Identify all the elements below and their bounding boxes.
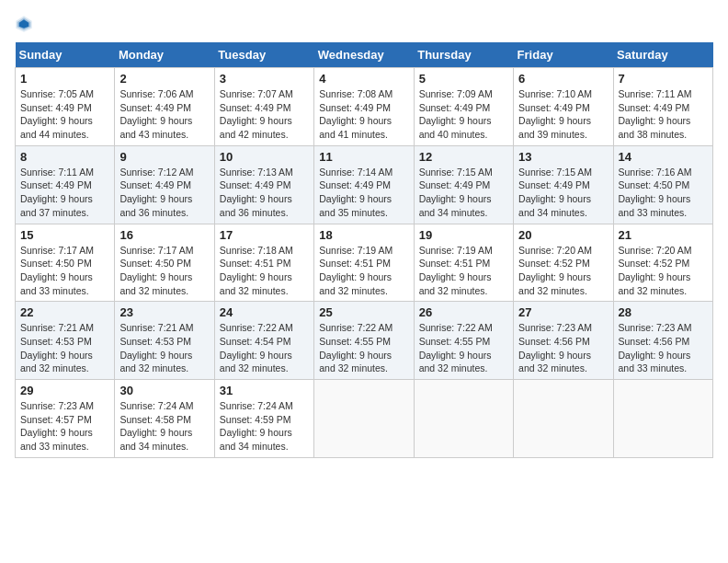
day-cell xyxy=(314,380,414,458)
day-number: 29 xyxy=(20,384,109,397)
day-cell: 7Sunrise: 7:11 AM Sunset: 4:49 PM Daylig… xyxy=(613,68,712,146)
day-number: 2 xyxy=(119,72,209,86)
day-info: Sunrise: 7:24 AM Sunset: 4:58 PM Dayligh… xyxy=(119,399,209,454)
day-info: Sunrise: 7:20 AM Sunset: 4:52 PM Dayligh… xyxy=(518,244,608,298)
day-info: Sunrise: 7:16 AM Sunset: 4:50 PM Dayligh… xyxy=(619,166,708,220)
day-cell: 6Sunrise: 7:10 AM Sunset: 4:49 PM Daylig… xyxy=(514,68,613,146)
day-number: 22 xyxy=(20,305,109,319)
day-cell: 14Sunrise: 7:16 AM Sunset: 4:50 PM Dayli… xyxy=(613,145,712,224)
day-cell: 24Sunrise: 7:22 AM Sunset: 4:54 PM Dayli… xyxy=(214,302,313,380)
day-info: Sunrise: 7:19 AM Sunset: 4:51 PM Dayligh… xyxy=(319,244,408,298)
day-cell: 20Sunrise: 7:20 AM Sunset: 4:52 PM Dayli… xyxy=(514,224,613,302)
weekday-header-thursday: Thursday xyxy=(414,42,513,68)
day-number: 24 xyxy=(220,305,309,319)
day-info: Sunrise: 7:17 AM Sunset: 4:50 PM Dayligh… xyxy=(20,244,109,298)
day-number: 6 xyxy=(518,72,608,86)
day-number: 7 xyxy=(619,72,708,86)
day-info: Sunrise: 7:14 AM Sunset: 4:49 PM Dayligh… xyxy=(319,166,408,220)
day-info: Sunrise: 7:22 AM Sunset: 4:55 PM Dayligh… xyxy=(319,321,408,375)
day-cell xyxy=(414,380,513,458)
day-cell: 4Sunrise: 7:08 AM Sunset: 4:49 PM Daylig… xyxy=(314,68,414,146)
day-info: Sunrise: 7:08 AM Sunset: 4:49 PM Dayligh… xyxy=(319,87,408,142)
day-info: Sunrise: 7:24 AM Sunset: 4:59 PM Dayligh… xyxy=(220,399,309,454)
day-number: 27 xyxy=(518,305,608,319)
day-cell: 21Sunrise: 7:20 AM Sunset: 4:52 PM Dayli… xyxy=(613,224,712,302)
day-cell xyxy=(514,380,613,458)
day-number: 9 xyxy=(119,150,209,164)
day-info: Sunrise: 7:15 AM Sunset: 4:49 PM Dayligh… xyxy=(518,166,608,220)
day-number: 1 xyxy=(20,72,109,86)
day-number: 17 xyxy=(220,228,309,242)
day-info: Sunrise: 7:13 AM Sunset: 4:49 PM Dayligh… xyxy=(220,166,309,220)
day-cell: 15Sunrise: 7:17 AM Sunset: 4:50 PM Dayli… xyxy=(16,224,115,302)
day-cell: 3Sunrise: 7:07 AM Sunset: 4:49 PM Daylig… xyxy=(214,68,313,146)
day-cell: 16Sunrise: 7:17 AM Sunset: 4:50 PM Dayli… xyxy=(115,224,214,302)
weekday-header-friday: Friday xyxy=(514,42,613,68)
day-number: 4 xyxy=(319,72,408,86)
day-cell: 2Sunrise: 7:06 AM Sunset: 4:49 PM Daylig… xyxy=(115,68,214,146)
day-cell: 18Sunrise: 7:19 AM Sunset: 4:51 PM Dayli… xyxy=(314,224,414,302)
day-number: 26 xyxy=(419,305,508,319)
day-cell: 11Sunrise: 7:14 AM Sunset: 4:49 PM Dayli… xyxy=(314,145,414,224)
day-cell: 1Sunrise: 7:05 AM Sunset: 4:49 PM Daylig… xyxy=(16,68,115,146)
day-info: Sunrise: 7:06 AM Sunset: 4:49 PM Dayligh… xyxy=(119,87,209,142)
day-info: Sunrise: 7:22 AM Sunset: 4:55 PM Dayligh… xyxy=(419,321,508,375)
day-number: 20 xyxy=(518,228,608,242)
weekday-header-row: SundayMondayTuesdayWednesdayThursdayFrid… xyxy=(16,42,713,68)
day-number: 11 xyxy=(319,150,408,164)
weekday-header-saturday: Saturday xyxy=(613,42,712,68)
day-cell: 9Sunrise: 7:12 AM Sunset: 4:49 PM Daylig… xyxy=(115,145,214,224)
day-cell: 5Sunrise: 7:09 AM Sunset: 4:49 PM Daylig… xyxy=(414,68,513,146)
day-number: 28 xyxy=(619,305,708,319)
day-cell: 8Sunrise: 7:11 AM Sunset: 4:49 PM Daylig… xyxy=(16,145,115,224)
day-cell: 12Sunrise: 7:15 AM Sunset: 4:49 PM Dayli… xyxy=(414,145,513,224)
day-info: Sunrise: 7:11 AM Sunset: 4:49 PM Dayligh… xyxy=(619,87,708,142)
day-info: Sunrise: 7:17 AM Sunset: 4:50 PM Dayligh… xyxy=(119,244,209,298)
day-number: 14 xyxy=(619,150,708,164)
day-number: 5 xyxy=(419,72,508,86)
day-cell: 17Sunrise: 7:18 AM Sunset: 4:51 PM Dayli… xyxy=(214,224,313,302)
day-number: 31 xyxy=(220,384,309,397)
day-cell: 27Sunrise: 7:23 AM Sunset: 4:56 PM Dayli… xyxy=(514,302,613,380)
day-number: 16 xyxy=(119,228,209,242)
day-number: 3 xyxy=(220,72,309,86)
header xyxy=(15,15,713,33)
day-info: Sunrise: 7:20 AM Sunset: 4:52 PM Dayligh… xyxy=(619,244,708,298)
weekday-header-wednesday: Wednesday xyxy=(314,42,414,68)
day-info: Sunrise: 7:21 AM Sunset: 4:53 PM Dayligh… xyxy=(20,321,109,375)
day-number: 10 xyxy=(220,150,309,164)
week-row-1: 1Sunrise: 7:05 AM Sunset: 4:49 PM Daylig… xyxy=(16,68,713,146)
day-info: Sunrise: 7:09 AM Sunset: 4:49 PM Dayligh… xyxy=(419,87,508,142)
day-cell: 28Sunrise: 7:23 AM Sunset: 4:56 PM Dayli… xyxy=(613,302,712,380)
day-number: 13 xyxy=(518,150,608,164)
day-cell: 26Sunrise: 7:22 AM Sunset: 4:55 PM Dayli… xyxy=(414,302,513,380)
day-info: Sunrise: 7:07 AM Sunset: 4:49 PM Dayligh… xyxy=(220,87,309,142)
weekday-header-monday: Monday xyxy=(115,42,214,68)
logo-icon xyxy=(15,15,33,33)
day-info: Sunrise: 7:10 AM Sunset: 4:49 PM Dayligh… xyxy=(518,87,608,142)
logo xyxy=(15,15,37,33)
day-info: Sunrise: 7:18 AM Sunset: 4:51 PM Dayligh… xyxy=(220,244,309,298)
day-cell: 31Sunrise: 7:24 AM Sunset: 4:59 PM Dayli… xyxy=(214,380,313,458)
day-cell: 25Sunrise: 7:22 AM Sunset: 4:55 PM Dayli… xyxy=(314,302,414,380)
day-number: 18 xyxy=(319,228,408,242)
day-cell: 13Sunrise: 7:15 AM Sunset: 4:49 PM Dayli… xyxy=(514,145,613,224)
day-info: Sunrise: 7:22 AM Sunset: 4:54 PM Dayligh… xyxy=(220,321,309,375)
day-cell: 19Sunrise: 7:19 AM Sunset: 4:51 PM Dayli… xyxy=(414,224,513,302)
day-cell: 23Sunrise: 7:21 AM Sunset: 4:53 PM Dayli… xyxy=(115,302,214,380)
week-row-2: 8Sunrise: 7:11 AM Sunset: 4:49 PM Daylig… xyxy=(16,145,713,224)
day-cell xyxy=(613,380,712,458)
day-cell: 10Sunrise: 7:13 AM Sunset: 4:49 PM Dayli… xyxy=(214,145,313,224)
calendar-table: SundayMondayTuesdayWednesdayThursdayFrid… xyxy=(15,42,713,458)
day-info: Sunrise: 7:11 AM Sunset: 4:49 PM Dayligh… xyxy=(20,166,109,220)
weekday-header-sunday: Sunday xyxy=(16,42,115,68)
day-number: 30 xyxy=(119,384,209,397)
day-info: Sunrise: 7:05 AM Sunset: 4:49 PM Dayligh… xyxy=(20,87,109,142)
day-info: Sunrise: 7:23 AM Sunset: 4:56 PM Dayligh… xyxy=(619,321,708,375)
day-info: Sunrise: 7:21 AM Sunset: 4:53 PM Dayligh… xyxy=(119,321,209,375)
day-info: Sunrise: 7:23 AM Sunset: 4:57 PM Dayligh… xyxy=(20,399,109,454)
week-row-4: 22Sunrise: 7:21 AM Sunset: 4:53 PM Dayli… xyxy=(16,302,713,380)
day-number: 12 xyxy=(419,150,508,164)
day-number: 15 xyxy=(20,228,109,242)
day-number: 25 xyxy=(319,305,408,319)
